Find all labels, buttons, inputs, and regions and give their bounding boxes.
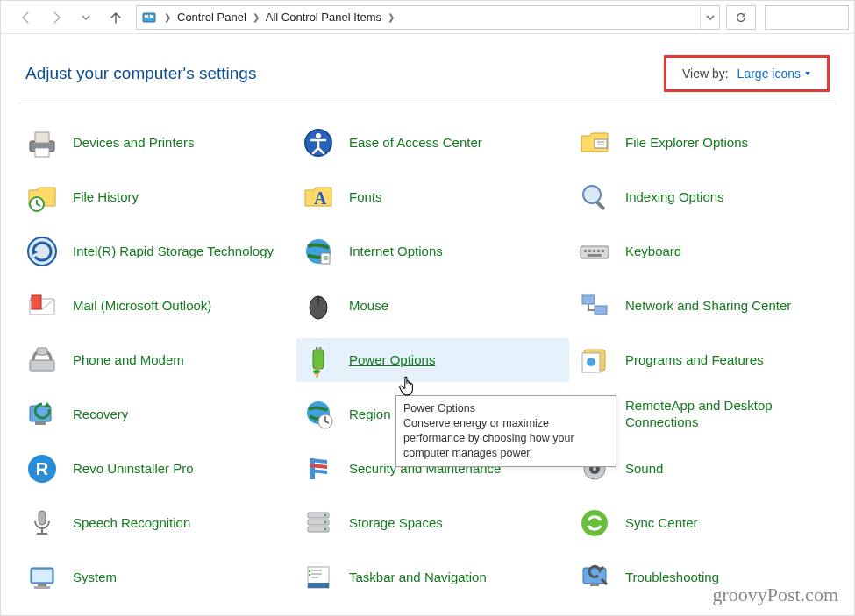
breadcrumb-item[interactable]: All Control Panel Items <box>262 11 385 24</box>
triangle-down-icon <box>804 70 811 77</box>
items-grid: Devices and PrintersEase of Access Cente… <box>1 109 854 599</box>
refresh-button[interactable] <box>726 5 756 30</box>
svg-point-56 <box>324 521 327 524</box>
arrow-right-icon <box>49 11 63 25</box>
svg-text:R: R <box>36 459 49 478</box>
address-dropdown-button[interactable] <box>700 6 719 29</box>
arrow-left-icon <box>19 11 33 25</box>
control-panel-item[interactable]: Internet Options <box>296 230 569 273</box>
sync-icon <box>576 505 613 542</box>
file-history-icon <box>24 179 61 216</box>
breadcrumb-separator[interactable]: ❯ <box>161 12 174 22</box>
item-label: Indexing Options <box>625 189 724 206</box>
recent-locations-button[interactable] <box>73 4 99 31</box>
item-label: Internet Options <box>349 244 443 260</box>
svg-rect-60 <box>32 570 52 582</box>
item-label: Recovery <box>73 407 128 423</box>
programs-icon <box>576 342 613 379</box>
tooltip: Power Options Conserve energy or maximiz… <box>395 395 616 467</box>
svg-rect-22 <box>588 254 602 257</box>
control-panel-item[interactable]: Devices and Printers <box>20 121 293 165</box>
control-panel-item[interactable]: Ease of Access Center <box>296 121 569 165</box>
page-header: Adjust your computer's settings View by:… <box>1 34 854 97</box>
svg-text:A: A <box>314 188 327 208</box>
svg-rect-19 <box>593 250 595 252</box>
item-label: File Explorer Options <box>625 135 748 152</box>
item-label: Network and Sharing Center <box>625 298 791 315</box>
control-panel-item[interactable]: Network and Sharing Center <box>573 284 845 328</box>
up-button[interactable] <box>103 4 129 31</box>
storage-icon <box>300 505 337 542</box>
item-label: Taskbar and Navigation <box>349 570 487 586</box>
item-label: Devices and Printers <box>73 135 194 152</box>
page-title: Adjust your computer's settings <box>25 64 256 83</box>
chevron-down-icon <box>706 13 715 22</box>
svg-point-58 <box>581 510 608 536</box>
control-panel-item[interactable]: AFonts <box>296 175 569 219</box>
control-panel-item[interactable]: File Explorer Options <box>573 121 845 165</box>
svg-rect-8 <box>595 139 607 148</box>
search-box[interactable] <box>765 5 849 30</box>
item-label: Mouse <box>349 298 388 315</box>
control-panel-item[interactable]: Mouse <box>296 284 569 328</box>
item-label: Mail (Microsoft Outlook) <box>73 298 211 315</box>
control-panel-item[interactable]: Indexing Options <box>573 175 845 219</box>
item-label: Programs and Features <box>625 352 764 369</box>
chevron-down-icon <box>82 13 90 22</box>
region-icon <box>300 396 337 433</box>
control-panel-item[interactable]: Sync Center <box>573 501 845 545</box>
svg-rect-68 <box>590 584 599 586</box>
svg-rect-31 <box>313 350 324 369</box>
control-panel-item[interactable]: RRevo Uninstaller Pro <box>20 447 293 491</box>
control-panel-item[interactable]: Keyboard <box>573 230 845 273</box>
control-panel-item[interactable]: Phone and Modem <box>20 338 293 382</box>
svg-rect-1 <box>145 15 148 18</box>
breadcrumb-separator[interactable]: ❯ <box>250 12 262 22</box>
svg-rect-15 <box>321 253 330 264</box>
control-panel-item[interactable]: Power Options <box>296 338 569 382</box>
control-panel-item[interactable]: Programs and Features <box>573 338 845 382</box>
control-panel-item[interactable]: Recovery <box>20 393 293 436</box>
control-panel-item[interactable]: Troubleshooting <box>573 556 845 599</box>
svg-rect-20 <box>597 250 600 252</box>
power-icon <box>300 342 337 379</box>
control-panel-item[interactable]: Taskbar and Navigation <box>296 556 569 599</box>
mouse-icon <box>300 287 337 324</box>
svg-rect-33 <box>319 347 322 351</box>
svg-rect-4 <box>35 132 49 143</box>
mail-icon <box>24 287 61 324</box>
control-panel-item[interactable]: Storage Spaces <box>296 501 569 545</box>
svg-point-7 <box>316 133 321 138</box>
address-bar[interactable]: ❯ Control Panel ❯ All Control Panel Item… <box>136 5 720 30</box>
system-icon <box>24 559 61 596</box>
item-label: Intel(R) Rapid Storage Technology <box>73 244 274 260</box>
back-button[interactable] <box>13 4 39 31</box>
breadcrumb-item[interactable]: Control Panel <box>174 11 250 24</box>
view-by-dropdown[interactable]: Large icons <box>737 67 811 81</box>
control-panel-item[interactable]: Intel(R) Rapid Storage Technology <box>20 230 293 273</box>
control-panel-item[interactable]: Speech Recognition <box>20 501 293 545</box>
svg-rect-32 <box>316 347 318 351</box>
folder-options-icon <box>576 124 613 161</box>
svg-point-11 <box>583 186 601 203</box>
refresh-icon <box>735 11 747 24</box>
control-panel-item[interactable]: File History <box>20 175 293 219</box>
svg-rect-5 <box>35 148 49 157</box>
control-panel-item[interactable]: System <box>20 556 293 599</box>
taskbar-icon <box>300 559 337 596</box>
control-panel-item[interactable]: Mail (Microsoft Outlook) <box>20 284 293 328</box>
item-label: Revo Uninstaller Pro <box>73 461 194 478</box>
item-label: Fonts <box>349 189 382 206</box>
tooltip-body: Conserve energy or maximize performance … <box>403 417 574 459</box>
control-panel-icon <box>140 9 158 26</box>
printer-icon <box>24 124 61 161</box>
svg-point-37 <box>587 358 595 366</box>
revo-icon: R <box>24 450 61 487</box>
forward-button[interactable] <box>43 4 69 31</box>
item-label: Storage Spaces <box>349 515 443 532</box>
svg-rect-64 <box>308 583 329 588</box>
breadcrumb-separator[interactable]: ❯ <box>385 12 397 22</box>
navigation-bar: ❯ Control Panel ❯ All Control Panel Item… <box>1 1 854 34</box>
item-label: Troubleshooting <box>625 570 719 586</box>
svg-point-55 <box>324 514 327 517</box>
